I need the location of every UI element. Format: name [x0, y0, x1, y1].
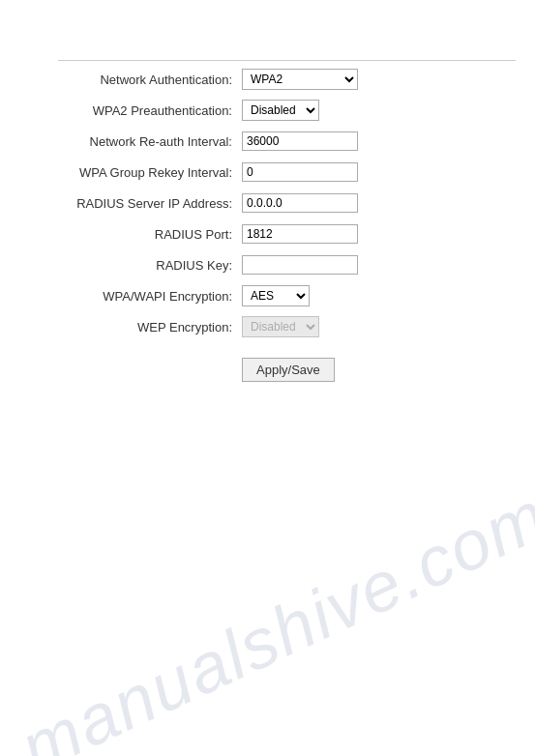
watermark: manualshive.com: [9, 490, 527, 756]
group-rekey-input[interactable]: [242, 162, 358, 182]
wpa-encryption-label: WPA/WAPI Encryption:: [58, 289, 242, 304]
radius-ip-row: RADIUS Server IP Address:: [58, 191, 516, 215]
radius-port-label: RADIUS Port:: [58, 227, 242, 242]
network-authentication-select[interactable]: WPA2 WPA WEP None: [242, 69, 358, 90]
wpa-encryption-control: AES TKIP TKIP+AES: [242, 285, 516, 306]
apply-save-row: Apply/Save: [58, 358, 516, 382]
wep-encryption-row: WEP Encryption: Disabled: [58, 315, 516, 338]
radius-key-input[interactable]: [242, 255, 358, 275]
group-rekey-row: WPA Group Rekey Interval:: [58, 160, 516, 184]
reauth-interval-input[interactable]: [242, 131, 358, 151]
wep-encryption-label: WEP Encryption:: [58, 320, 242, 334]
group-rekey-control: [242, 162, 516, 182]
group-rekey-label: WPA Group Rekey Interval:: [58, 165, 242, 180]
radius-ip-control: [242, 193, 516, 213]
radius-key-row: RADIUS Key:: [58, 253, 516, 276]
reauth-interval-row: Network Re-auth Interval:: [58, 130, 516, 153]
page-container: Network Authentication: WPA2 WPA WEP Non…: [0, 0, 535, 756]
preauthentication-label: WPA2 Preauthentication:: [58, 103, 242, 118]
reauth-interval-label: Network Re-auth Interval:: [58, 134, 242, 149]
reauth-interval-control: [242, 131, 516, 151]
radius-port-control: [242, 224, 516, 244]
preauthentication-row: WPA2 Preauthentication: Disabled Enabled: [58, 99, 516, 122]
wpa-encryption-select[interactable]: AES TKIP TKIP+AES: [242, 285, 310, 306]
wpa-encryption-row: WPA/WAPI Encryption: AES TKIP TKIP+AES: [58, 284, 516, 307]
preauthentication-control: Disabled Enabled: [242, 100, 516, 121]
preauthentication-select[interactable]: Disabled Enabled: [242, 100, 319, 121]
radius-ip-label: RADIUS Server IP Address:: [58, 196, 242, 211]
wep-encryption-control: Disabled: [242, 316, 516, 337]
form-area: Network Authentication: WPA2 WPA WEP Non…: [58, 68, 516, 382]
network-authentication-control: WPA2 WPA WEP None: [242, 69, 516, 90]
top-divider: [58, 60, 516, 61]
radius-key-label: RADIUS Key:: [58, 258, 242, 273]
radius-ip-input[interactable]: [242, 193, 358, 213]
wep-encryption-select[interactable]: Disabled: [242, 316, 319, 337]
radius-key-control: [242, 255, 516, 275]
apply-save-button[interactable]: Apply/Save: [242, 358, 335, 382]
network-authentication-label: Network Authentication:: [58, 73, 242, 87]
radius-port-input[interactable]: [242, 224, 358, 244]
network-authentication-row: Network Authentication: WPA2 WPA WEP Non…: [58, 68, 516, 91]
radius-port-row: RADIUS Port:: [58, 222, 516, 246]
